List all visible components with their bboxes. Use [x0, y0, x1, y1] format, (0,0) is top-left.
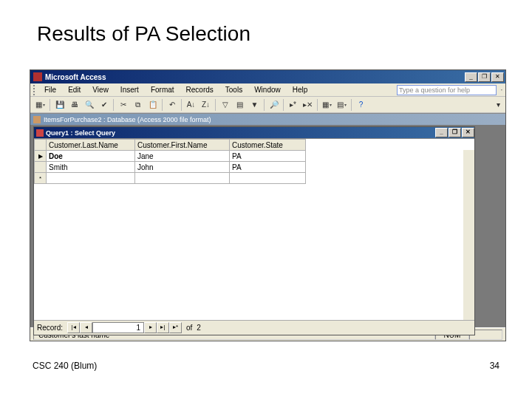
paste-button[interactable]: 📋 [146, 98, 160, 112]
database-icon [33, 116, 41, 123]
cell[interactable]: John [135, 162, 230, 173]
menu-file[interactable]: File [39, 85, 61, 95]
vertical-scrollbar[interactable] [463, 150, 474, 304]
menu-view[interactable]: View [87, 85, 114, 95]
cell[interactable]: PA [230, 162, 306, 173]
menu-tools[interactable]: Tools [220, 85, 248, 95]
toolbar-overflow[interactable]: ▾ [491, 98, 505, 112]
cell[interactable]: PA [230, 151, 306, 162]
access-app-icon [33, 72, 42, 81]
toolbar-separator [317, 99, 318, 111]
minimize-button[interactable]: _ [465, 72, 477, 82]
query-icon [36, 129, 44, 137]
toolbar-separator [162, 99, 163, 111]
slide-footer-left: CSC 240 (Blum) [33, 361, 97, 371]
titlebar: Microsoft Access _ ❐ ✕ [30, 70, 505, 83]
view-button[interactable]: ▦ [33, 98, 47, 112]
next-record-button[interactable]: ▸ [144, 322, 157, 333]
sort-desc-button[interactable]: Z↓ [199, 98, 213, 112]
total-records: 2 [197, 324, 201, 332]
query-result-window: Query1 : Select Query _ ❐ ✕ Customer.Las… [33, 126, 475, 335]
help-button[interactable]: ? [354, 98, 368, 112]
menu-help[interactable]: Help [287, 85, 313, 95]
help-search-input[interactable]: Type a question for help [397, 85, 497, 95]
record-navigator: Record: |◂ ◂ 1 ▸ ▸| ▸* of 2 [34, 320, 474, 335]
table-row[interactable]: ▶ Doe Jane PA [35, 151, 306, 162]
new-record-button[interactable]: ▸* [286, 98, 300, 112]
menu-bar: File Edit View Insert Format Records Too… [30, 83, 505, 97]
database-window-title: ItemsForPurchase2 : Database (Access 200… [44, 116, 211, 123]
child-restore-button[interactable]: ❐ [449, 128, 461, 137]
table-row[interactable]: Smith John PA [35, 162, 306, 173]
filter-selection-button[interactable]: ▽ [218, 98, 232, 112]
filter-form-button[interactable]: ▤ [233, 98, 247, 112]
cell[interactable]: Smith [47, 162, 135, 173]
menu-insert[interactable]: Insert [115, 85, 144, 95]
menu-records[interactable]: Records [181, 85, 219, 95]
cell[interactable]: Jane [135, 151, 230, 162]
toolbar-separator [351, 99, 352, 111]
find-button[interactable]: 🔎 [267, 98, 281, 112]
new-record-row[interactable]: * [35, 173, 306, 184]
prev-record-button[interactable]: ◂ [80, 322, 92, 333]
menu-window[interactable]: Window [249, 85, 286, 95]
delete-record-button[interactable]: ▸✕ [301, 98, 315, 112]
print-button[interactable]: 🖶 [67, 98, 81, 112]
new-record-nav-button[interactable]: ▸* [169, 322, 182, 333]
apply-filter-button[interactable]: ▼ [248, 98, 262, 112]
current-record-input[interactable]: 1 [92, 322, 144, 333]
toolbar-separator [181, 99, 182, 111]
toolbar-separator [215, 99, 216, 111]
restore-button[interactable]: ❐ [478, 72, 491, 82]
first-record-button[interactable]: |◂ [67, 322, 80, 333]
column-header-row: Customer.Last.Name Customer.First.Name C… [35, 140, 306, 151]
undo-button[interactable]: ↶ [165, 98, 179, 112]
access-app-window: Microsoft Access _ ❐ ✕ File Edit View In… [30, 69, 506, 341]
record-label: Record: [37, 324, 67, 332]
child-minimize-button[interactable]: _ [435, 128, 448, 137]
new-object-button[interactable]: ▤ [335, 98, 349, 112]
copy-button[interactable]: ⧉ [131, 98, 145, 112]
row-selector[interactable] [35, 162, 47, 173]
close-button[interactable]: ✕ [491, 72, 504, 82]
select-all-box[interactable] [35, 140, 47, 151]
spelling-button[interactable]: ✔ [97, 98, 111, 112]
menu-format[interactable]: Format [146, 85, 180, 95]
sort-asc-button[interactable]: A↓ [184, 98, 198, 112]
of-label: of [182, 324, 197, 332]
child-close-button[interactable]: ✕ [462, 128, 474, 137]
column-header[interactable]: Customer.State [230, 140, 306, 151]
db-window-button[interactable]: ▦ [320, 98, 334, 112]
cell[interactable] [135, 173, 230, 184]
menu-more[interactable]: · [498, 86, 505, 94]
row-selector[interactable]: ▶ [35, 151, 47, 162]
toolbar: ▦ 💾 🖶 🔍 ✔ ✂ ⧉ 📋 ↶ A↓ Z↓ ▽ ▤ ▼ 🔎 ▸* ▸✕ ▦ … [30, 97, 505, 113]
toolbar-separator [113, 99, 114, 111]
mdi-client-area: ItemsForPurchase2 : Database (Access 200… [30, 113, 505, 327]
slide-page-number: 34 [490, 361, 499, 371]
toolbar-separator [50, 99, 50, 111]
row-selector[interactable]: * [35, 173, 47, 184]
cell[interactable] [230, 173, 306, 184]
database-window-titlebar[interactable]: ItemsForPurchase2 : Database (Access 200… [30, 114, 505, 125]
toolbar-separator [283, 99, 284, 111]
child-titlebar: Query1 : Select Query _ ❐ ✕ [34, 127, 474, 138]
last-record-button[interactable]: ▸| [157, 322, 169, 333]
menu-grip [33, 85, 35, 95]
column-header[interactable]: Customer.First.Name [135, 140, 230, 151]
grid-empty-area [34, 184, 474, 320]
column-header[interactable]: Customer.Last.Name [47, 140, 135, 151]
cell[interactable] [47, 173, 135, 184]
print-preview-button[interactable]: 🔍 [82, 98, 96, 112]
menu-edit[interactable]: Edit [63, 85, 86, 95]
toolbar-separator [264, 99, 265, 111]
cell[interactable]: Doe [47, 151, 135, 162]
app-title: Microsoft Access [45, 73, 465, 81]
save-button[interactable]: 💾 [52, 98, 66, 112]
datasheet-grid[interactable]: Customer.Last.Name Customer.First.Name C… [34, 138, 474, 320]
child-window-title: Query1 : Select Query [46, 129, 435, 137]
cut-button[interactable]: ✂ [116, 98, 130, 112]
slide-title: Results of PA Selection [0, 0, 532, 46]
